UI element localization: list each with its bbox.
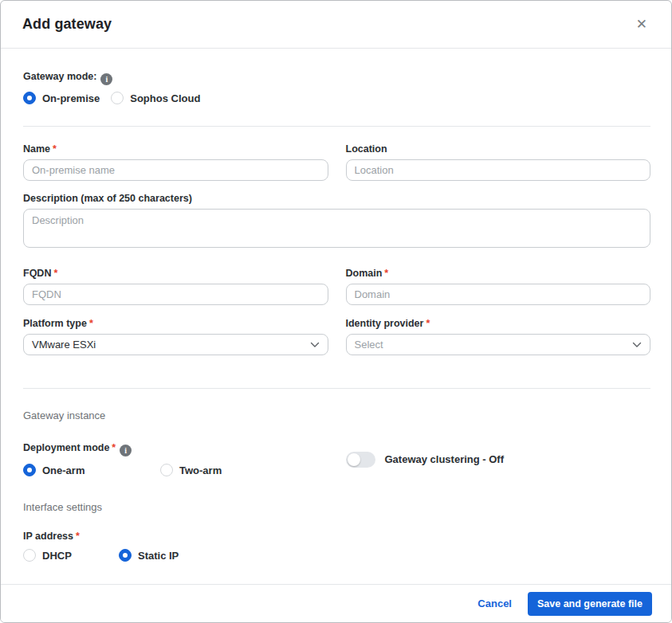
description-field-group: Description (max of 250 characters) xyxy=(23,193,650,251)
info-icon[interactable]: i xyxy=(100,73,112,85)
platform-type-field-group: Platform type* VMware ESXi xyxy=(23,318,328,355)
name-input[interactable] xyxy=(23,159,328,181)
radio-unselected-icon xyxy=(160,464,173,476)
radio-selected-icon xyxy=(119,549,132,562)
name-label: Name* xyxy=(23,143,328,155)
domain-label: Domain* xyxy=(346,268,651,279)
dialog-footer: Cancel Save and generate file xyxy=(1,584,671,622)
radio-dhcp[interactable]: DHCP xyxy=(23,549,119,562)
gateway-mode-group: Gateway mode:i On-premise Sophos Cloud xyxy=(23,71,650,104)
gateway-clustering-label: Gateway clustering - Off xyxy=(385,453,505,465)
radio-one-arm[interactable]: One-arm xyxy=(23,464,160,476)
save-and-generate-file-button[interactable]: Save and generate file xyxy=(528,592,652,616)
radio-unselected-icon xyxy=(111,92,124,104)
chevron-down-icon xyxy=(632,342,642,348)
deployment-mode-group: Deployment mode*i One-arm Two-arm xyxy=(23,442,328,476)
identity-provider-select[interactable]: Select xyxy=(346,334,651,355)
description-label: Description (max of 250 characters) xyxy=(23,193,650,204)
required-marker: * xyxy=(89,318,93,329)
add-gateway-dialog: Add gateway ✕ Gateway mode:i On-premise … xyxy=(0,0,672,623)
platform-type-label: Platform type* xyxy=(23,318,328,329)
identity-provider-label: Identity provider* xyxy=(346,318,651,329)
gateway-mode-label: Gateway mode:i xyxy=(23,71,650,85)
required-marker: * xyxy=(384,268,388,279)
radio-sophos-cloud[interactable]: Sophos Cloud xyxy=(111,92,200,104)
gateway-clustering-toggle[interactable] xyxy=(346,452,375,468)
location-label: Location xyxy=(346,143,651,155)
fqdn-label: FQDN* xyxy=(23,268,328,279)
required-marker: * xyxy=(426,318,430,329)
dialog-body: Gateway mode:i On-premise Sophos Cloud N… xyxy=(1,49,671,586)
required-marker: * xyxy=(53,268,57,279)
ip-address-mode-label: IP address* xyxy=(23,531,650,542)
platform-type-select[interactable]: VMware ESXi xyxy=(23,334,328,355)
domain-input[interactable] xyxy=(346,284,651,305)
name-field-group: Name* xyxy=(23,143,328,181)
radio-two-arm[interactable]: Two-arm xyxy=(160,464,222,476)
radio-static-ip[interactable]: Static IP xyxy=(119,549,179,562)
deployment-mode-label: Deployment mode*i xyxy=(23,442,328,456)
domain-field-group: Domain* xyxy=(346,268,651,305)
required-marker: * xyxy=(112,442,116,453)
divider xyxy=(23,126,650,127)
location-input[interactable] xyxy=(346,159,651,181)
page-title: Add gateway xyxy=(22,16,112,33)
cancel-button[interactable]: Cancel xyxy=(477,598,512,609)
ip-address-mode-group: IP address* DHCP Static IP xyxy=(23,531,650,562)
description-input[interactable] xyxy=(23,209,650,248)
info-icon[interactable]: i xyxy=(120,445,132,456)
gateway-instance-section-label: Gateway instance xyxy=(23,409,650,421)
close-icon: ✕ xyxy=(636,17,647,32)
radio-unselected-icon xyxy=(23,549,36,562)
divider xyxy=(23,388,650,389)
close-button[interactable]: ✕ xyxy=(633,14,650,34)
required-marker: * xyxy=(53,143,57,155)
fqdn-input[interactable] xyxy=(23,284,328,305)
radio-selected-icon xyxy=(23,92,36,104)
location-field-group: Location xyxy=(346,143,651,181)
identity-provider-field-group: Identity provider* Select xyxy=(346,318,651,355)
chevron-down-icon xyxy=(310,342,320,348)
dialog-header: Add gateway ✕ xyxy=(1,1,671,49)
interface-settings-section-label: Interface settings xyxy=(23,501,650,513)
toggle-knob xyxy=(348,453,360,466)
gateway-clustering-group: Gateway clustering - Off xyxy=(346,452,651,468)
required-marker: * xyxy=(76,531,80,542)
fqdn-field-group: FQDN* xyxy=(23,268,328,305)
radio-selected-icon xyxy=(23,464,36,476)
radio-on-premise[interactable]: On-premise xyxy=(23,92,100,104)
